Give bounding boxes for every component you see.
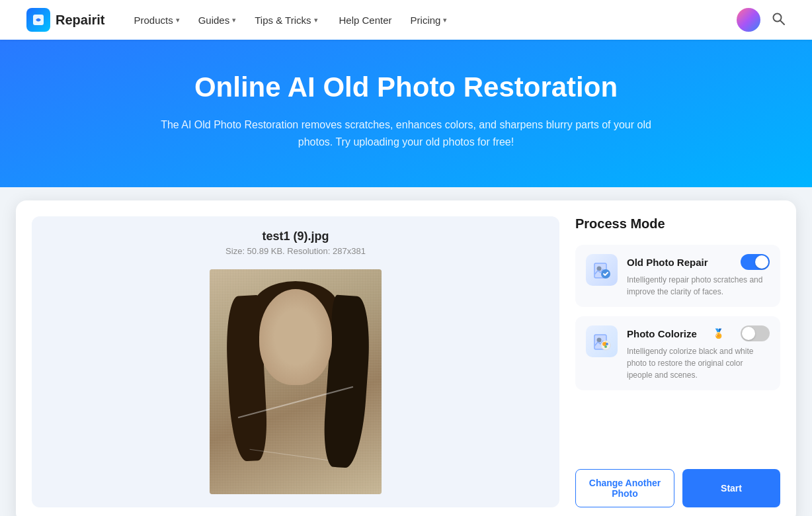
tips-chevron-icon: ▾ [314,16,318,24]
old-photo-repair-header: Old Photo Repair [627,254,770,270]
toggle-knob-repair [755,255,768,269]
logo-text: Repairit [56,13,104,28]
photo-colorize-icon [586,325,618,357]
nav-helpcenter[interactable]: Help Center [331,11,400,30]
hero-section: Online AI Old Photo Restoration The AI O… [0,40,812,187]
products-chevron-icon: ▾ [176,16,180,24]
nav-tips[interactable]: Tips & Tricks ▾ [247,11,325,30]
pricing-chevron-icon: ▾ [443,16,447,24]
premium-badge-icon: 🏅 [713,328,724,339]
old-photo-repair-content: Old Photo Repair Intelligently repair ph… [627,254,770,298]
user-avatar[interactable] [737,8,760,32]
change-photo-button[interactable]: Change Another Photo [575,469,674,507]
guides-chevron-icon: ▾ [232,16,236,24]
nav-links: Products ▾ Guides ▾ Tips & Tricks ▾ Help… [126,11,737,30]
old-photo-repair-desc: Intelligently repair photo scratches and… [627,274,770,298]
pricing-label: Pricing [411,15,441,26]
tips-label: Tips & Tricks [255,15,311,26]
file-name: test1 (9).jpg [262,230,329,243]
photo-colorize-desc: Intelligendy colorize black and white ph… [627,345,770,381]
right-panel: Process Mode Old Photo Repair [575,216,780,507]
action-buttons: Change Another Photo Start [575,456,780,507]
photo-colorize-name: Photo Colorize [627,328,697,339]
start-button[interactable]: Start [682,469,780,507]
logo-icon [26,8,50,32]
file-meta: Size: 50.89 KB. Resolution: 287x381 [225,246,366,256]
photo-colorize-header: Photo Colorize 🏅 [627,325,770,341]
face-oval [259,289,332,385]
svg-point-11 [604,345,607,348]
photo-colorize-item: Photo Colorize 🏅 Intelligendy colorize b… [575,316,780,390]
nav-guides[interactable]: Guides ▾ [190,11,245,30]
main-card: test1 (9).jpg Size: 50.89 KB. Resolution… [16,200,796,516]
card-inner: test1 (9).jpg Size: 50.89 KB. Resolution… [32,216,780,507]
old-photo-repair-toggle[interactable] [741,254,770,270]
logo[interactable]: Repairit [26,8,104,32]
process-mode-title: Process Mode [575,216,780,232]
hero-description: The AI Old Photo Restoration removes scr… [148,116,664,150]
nav-right [737,8,786,32]
navbar: Repairit Products ▾ Guides ▾ Tips & Tric… [0,0,812,40]
old-photo-repair-item: Old Photo Repair Intelligently repair ph… [575,245,780,307]
svg-line-2 [780,21,784,24]
toggle-knob-colorize [742,327,755,340]
photo-colorize-content: Photo Colorize 🏅 Intelligendy colorize b… [627,325,770,381]
svg-point-10 [606,343,608,345]
old-photo-repair-name: Old Photo Repair [627,257,708,268]
photo-colorize-toggle[interactable] [741,325,770,341]
left-panel: test1 (9).jpg Size: 50.89 KB. Resolution… [32,216,559,507]
photo-preview [210,269,382,494]
products-label: Products [134,15,173,26]
guides-label: Guides [198,15,230,26]
old-photo-repair-icon [586,254,618,286]
nav-pricing[interactable]: Pricing ▾ [403,11,456,30]
helpcenter-label: Help Center [339,15,392,26]
photo-simulation [210,269,382,494]
nav-products[interactable]: Products ▾ [126,11,187,30]
hero-title: Online AI Old Photo Restoration [13,71,799,103]
search-icon[interactable] [771,11,786,29]
